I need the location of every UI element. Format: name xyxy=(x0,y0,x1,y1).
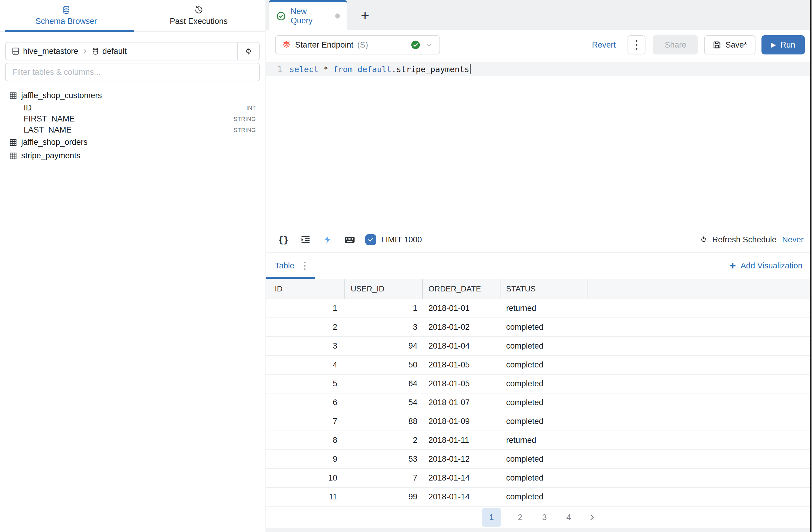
curly-braces-icon: {} xyxy=(278,235,289,245)
tab-schema-browser-label: Schema Browser xyxy=(35,17,97,26)
endpoint-layers-icon xyxy=(281,40,291,50)
table-row: 822018-01-11returned xyxy=(266,431,812,450)
endpoint-selector[interactable]: Starter Endpoint (S) xyxy=(275,35,440,54)
column-type: INT xyxy=(246,105,256,111)
refresh-icon xyxy=(244,47,253,56)
table-item-jaffle-shop-customers[interactable]: jaffle_shop_customers xyxy=(5,89,260,102)
lightning-bolt-icon xyxy=(323,235,332,244)
tab-table-results[interactable]: Table xyxy=(275,261,294,270)
page-button-4[interactable]: 4 xyxy=(564,513,574,522)
query-tab-new-query[interactable]: New Query xyxy=(269,0,347,30)
schema-database-icon xyxy=(91,47,99,55)
save-floppy-icon xyxy=(712,40,721,50)
table-row: 5642018-01-05completed xyxy=(266,375,812,393)
results-header: Table Add Visualization xyxy=(266,253,812,279)
limit-1000-toggle[interactable]: LIMIT 1000 xyxy=(365,234,422,245)
sql-keyword: from xyxy=(333,65,352,74)
table-tab-underline xyxy=(266,277,315,279)
page-button-1[interactable]: 1 xyxy=(482,508,501,527)
column-header-status[interactable]: STATUS xyxy=(501,279,588,299)
schema-sidebar: Schema Browser Past Executions xyxy=(0,0,265,532)
run-button[interactable]: ▶ Run xyxy=(762,35,805,54)
line-number: 1 xyxy=(266,65,289,74)
add-visualization-button[interactable]: Add Visualization xyxy=(729,261,802,270)
query-workspace: New Query + Starter Endpoint (S) xyxy=(266,0,812,532)
tab-past-executions-label: Past Executions xyxy=(170,17,228,26)
keyboard-shortcuts-button[interactable] xyxy=(343,233,357,246)
auto-indent-button[interactable] xyxy=(299,233,312,246)
table-item-stripe-payments[interactable]: stripe_payments xyxy=(5,149,260,163)
tab-schema-browser[interactable]: Schema Browser xyxy=(0,0,132,31)
table-row: 4502018-01-05completed xyxy=(266,356,812,375)
sql-keyword: default xyxy=(358,65,392,74)
kebab-icon xyxy=(304,262,306,263)
plus-icon: + xyxy=(361,7,369,23)
window-scrollbar-edge[interactable] xyxy=(810,0,812,532)
query-toolbar: Starter Endpoint (S) Revert xyxy=(266,30,812,60)
keyboard-icon xyxy=(344,234,356,246)
save-button[interactable]: Save* xyxy=(704,35,755,54)
table-grid-icon xyxy=(9,138,17,146)
sql-editor-app: Schema Browser Past Executions xyxy=(0,0,812,532)
table-row: 3942018-01-04completed xyxy=(266,337,812,356)
indent-icon xyxy=(300,234,311,245)
table-grid-icon xyxy=(9,152,17,160)
format-query-button[interactable]: {} xyxy=(277,233,290,246)
sql-editor[interactable]: 1select * from default.stripe_payments xyxy=(266,60,812,227)
endpoint-name: Starter Endpoint xyxy=(295,40,353,50)
column-item-last-name[interactable]: LAST_NAME STRING xyxy=(5,125,260,136)
plus-icon xyxy=(729,262,737,270)
breadcrumb-catalog[interactable]: hive_metastore xyxy=(23,47,78,56)
column-type: STRING xyxy=(233,127,256,134)
sidebar-body: hive_metastore default xyxy=(0,32,265,163)
results-options-kebab[interactable] xyxy=(304,262,306,270)
unsaved-dot-icon xyxy=(335,13,340,18)
database-icon xyxy=(62,5,71,14)
table-item-jaffle-shop-orders[interactable]: jaffle_shop_orders xyxy=(5,136,260,149)
saved-check-icon xyxy=(276,11,286,21)
column-item-first-name[interactable]: FIRST_NAME STRING xyxy=(5,113,260,125)
column-type: STRING xyxy=(233,116,256,122)
revert-button[interactable]: Revert xyxy=(592,40,616,50)
table-row: 9532018-01-12completed xyxy=(266,450,812,469)
query-tab-label: New Query xyxy=(291,7,329,25)
results-scrollbar-track[interactable] xyxy=(266,528,812,532)
next-page-button[interactable] xyxy=(588,513,596,521)
column-name: LAST_NAME xyxy=(24,125,72,135)
table-row: 1072018-01-14completed xyxy=(266,469,812,488)
page-button-2[interactable]: 2 xyxy=(515,513,525,522)
column-header-id[interactable]: ID xyxy=(266,279,345,299)
breadcrumb-schema[interactable]: default xyxy=(103,47,127,56)
limit-label: LIMIT 1000 xyxy=(381,235,422,244)
endpoint-size: (S) xyxy=(357,40,368,50)
text-cursor xyxy=(470,64,470,74)
results-grid-body: 112018-01-01returned 232018-01-02complet… xyxy=(266,299,812,507)
table-name: jaffle_shop_customers xyxy=(21,91,102,100)
column-header-order-date[interactable]: ORDER_DATE xyxy=(423,279,501,299)
live-autocomplete-button[interactable] xyxy=(321,233,334,246)
table-name: stripe_payments xyxy=(21,151,81,160)
refresh-schedule-value[interactable]: Never xyxy=(782,235,803,244)
refresh-schema-button[interactable] xyxy=(237,42,259,60)
kebab-icon xyxy=(636,40,637,42)
query-tab-bar: New Query + xyxy=(266,0,812,30)
schema-breadcrumb-box: hive_metastore default xyxy=(5,42,260,60)
schema-list: jaffle_shop_customers ID INT FIRST_NAME … xyxy=(5,89,260,163)
limit-checkbox[interactable] xyxy=(365,234,376,245)
page-button-3[interactable]: 3 xyxy=(539,513,550,522)
code-line-1[interactable]: 1select * from default.stripe_payments xyxy=(266,62,812,76)
breadcrumb: hive_metastore default xyxy=(6,47,237,56)
add-query-tab-button[interactable]: + xyxy=(354,0,376,30)
chevron-right-icon xyxy=(82,48,88,54)
table-grid-icon xyxy=(9,92,17,100)
chevron-down-icon xyxy=(424,40,434,50)
refresh-schedule-label: Refresh Schedule xyxy=(712,235,777,244)
column-header-user-id[interactable]: USER_ID xyxy=(345,279,423,299)
share-button[interactable]: Share xyxy=(653,35,698,54)
history-clock-icon xyxy=(194,5,203,14)
filter-input[interactable] xyxy=(12,68,252,77)
refresh-schedule: Refresh Schedule Never xyxy=(699,235,803,244)
column-item-id[interactable]: ID INT xyxy=(5,102,260,113)
tab-past-executions[interactable]: Past Executions xyxy=(132,0,265,31)
query-options-kebab-button[interactable] xyxy=(627,35,646,54)
